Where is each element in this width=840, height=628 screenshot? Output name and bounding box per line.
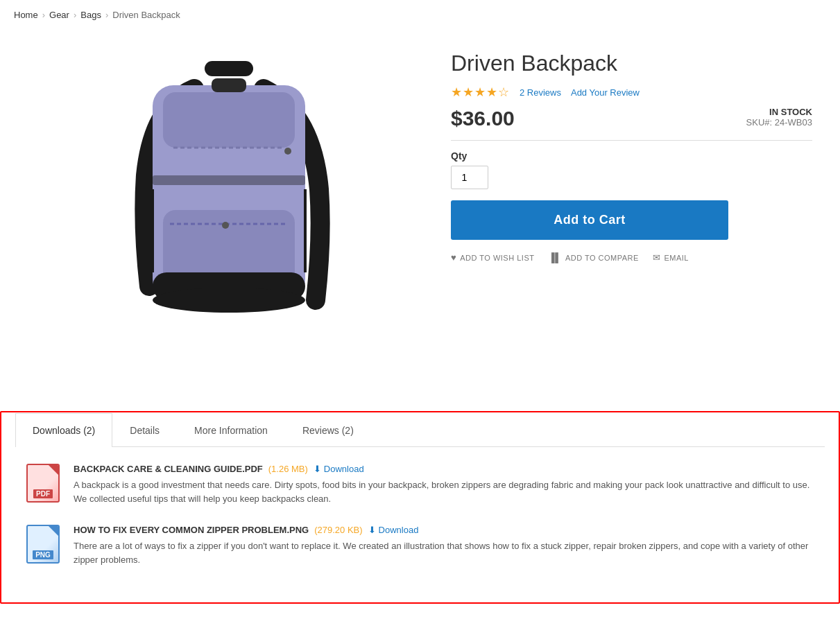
product-title: Driven Backpack [451, 51, 812, 76]
breadcrumb-current: Driven Backpack [112, 10, 180, 20]
action-links: ♥ ADD TO WISH LIST ▐▌ ADD TO COMPARE ✉ E… [451, 252, 812, 263]
download-info-2: HOW TO FIX EVERY COMMON ZIPPER PROBLEM.P… [74, 525, 814, 566]
tab-details[interactable]: Details [112, 413, 177, 447]
add-review-link[interactable]: Add Your Review [571, 87, 640, 98]
breadcrumb-gear[interactable]: Gear [49, 10, 69, 20]
download-icon-2: ⬇ [368, 525, 376, 535]
svg-rect-11 [153, 175, 305, 185]
stock-info: IN STOCK SKU#: 24-WB03 [746, 107, 812, 128]
backpack-image-svg [83, 51, 375, 369]
tabs-section: Downloads (2) Details More Information R… [0, 411, 840, 604]
product-price: $36.00 [451, 107, 515, 130]
email-label: EMAIL [664, 254, 689, 262]
download-filename-1: BACKPACK CARE & CLEANING GUIDE.PDF [74, 464, 263, 474]
svg-rect-0 [205, 61, 253, 76]
breadcrumb-sep-3: › [105, 10, 108, 20]
file-icon-png: PNG [26, 525, 62, 566]
download-label-1: Download [324, 464, 364, 474]
compare-label: ADD TO COMPARE [565, 254, 639, 262]
breadcrumb: Home › Gear › Bags › Driven Backpack [0, 0, 840, 30]
download-link-1[interactable]: ⬇ Download [314, 464, 364, 474]
price-row: $36.00 IN STOCK SKU#: 24-WB03 [451, 107, 812, 130]
download-size-1: (1.26 MB) [268, 464, 308, 474]
email-link[interactable]: ✉ EMAIL [653, 252, 689, 263]
tabs-nav: Downloads (2) Details More Information R… [15, 412, 825, 447]
svg-point-10 [222, 222, 229, 229]
price-divider [451, 140, 812, 141]
svg-rect-4 [163, 92, 295, 148]
download-icon-1: ⬇ [314, 464, 321, 474]
sku-value: 24-WB03 [775, 117, 812, 128]
reviews-row: ★★★★☆ 2 Reviews Add Your Review [451, 85, 812, 100]
in-stock-label: IN STOCK [746, 107, 812, 117]
download-item-2: PNG HOW TO FIX EVERY COMMON ZIPPER PROBL… [26, 525, 814, 566]
email-icon: ✉ [653, 252, 661, 263]
breadcrumb-sep-2: › [74, 10, 76, 20]
download-desc-2: There are a lot of ways to fix a zipper … [74, 539, 814, 566]
file-icon-pdf: PDF [26, 464, 62, 505]
download-info-1: BACKPACK CARE & CLEANING GUIDE.PDF (1.26… [74, 464, 814, 505]
wish-list-link[interactable]: ♥ ADD TO WISH LIST [451, 252, 534, 263]
tab-reviews[interactable]: Reviews (2) [285, 413, 371, 447]
compare-icon: ▐▌ [548, 252, 561, 263]
download-item: PDF BACKPACK CARE & CLEANING GUIDE.PDF (… [26, 464, 814, 505]
file-type-label-png: PNG [33, 550, 53, 559]
reviews-link[interactable]: 2 Reviews [520, 87, 561, 98]
download-filename-2: HOW TO FIX EVERY COMMON ZIPPER PROBLEM.P… [74, 525, 309, 535]
download-desc-1: A backpack is a good investment that nee… [74, 478, 814, 505]
quantity-input[interactable]: 1 [451, 166, 488, 189]
file-type-label-pdf: PDF [33, 489, 53, 498]
download-title-row-2: HOW TO FIX EVERY COMMON ZIPPER PROBLEM.P… [74, 525, 814, 535]
star-rating: ★★★★☆ [451, 85, 510, 100]
compare-link[interactable]: ▐▌ ADD TO COMPARE [548, 252, 638, 263]
product-image-column [28, 44, 430, 376]
breadcrumb-home[interactable]: Home [14, 10, 38, 20]
svg-point-9 [153, 288, 305, 313]
download-link-2[interactable]: ⬇ Download [368, 525, 419, 535]
product-image [76, 44, 382, 376]
product-info-column: Driven Backpack ★★★★☆ 2 Reviews Add Your… [430, 44, 812, 376]
sku-label: SKU#: [746, 117, 773, 128]
heart-icon: ♥ [451, 252, 456, 263]
svg-rect-5 [212, 78, 246, 92]
download-size-2: (279.20 KB) [314, 525, 362, 535]
tab-content-downloads: PDF BACKPACK CARE & CLEANING GUIDE.PDF (… [15, 447, 825, 602]
download-label-2: Download [379, 525, 419, 535]
sku: SKU#: 24-WB03 [746, 117, 812, 128]
qty-label: Qty [451, 150, 812, 162]
product-area: Driven Backpack ★★★★☆ 2 Reviews Add Your… [0, 30, 840, 390]
svg-point-7 [284, 148, 291, 155]
tab-downloads[interactable]: Downloads (2) [15, 413, 112, 447]
tab-more-information[interactable]: More Information [177, 413, 285, 447]
breadcrumb-sep-1: › [42, 10, 45, 20]
add-to-cart-button[interactable]: Add to Cart [451, 200, 728, 240]
wish-list-label: ADD TO WISH LIST [460, 254, 534, 262]
breadcrumb-bags[interactable]: Bags [80, 10, 101, 20]
download-title-row-1: BACKPACK CARE & CLEANING GUIDE.PDF (1.26… [74, 464, 814, 474]
